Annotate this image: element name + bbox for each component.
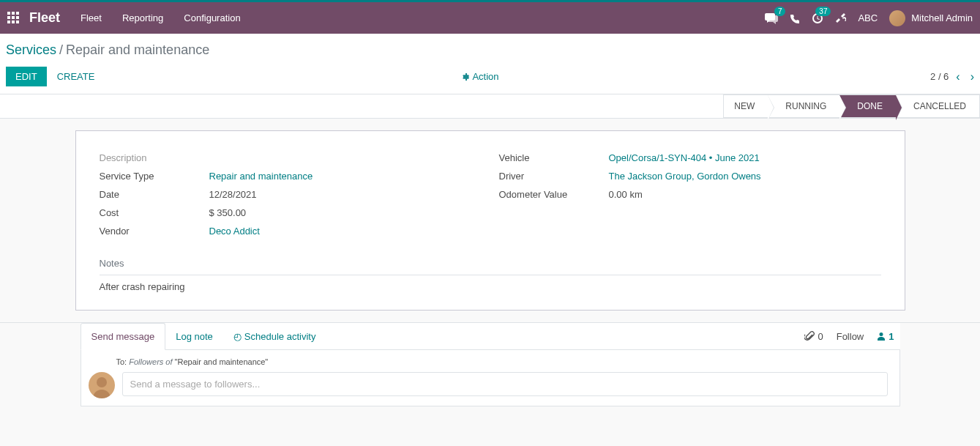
label-vehicle: Vehicle xyxy=(499,152,609,163)
status-done[interactable]: DONE xyxy=(839,94,896,118)
topbar-right: 7 37 ABC Mitchell Admin xyxy=(765,10,973,26)
content-header: Services/Repair and maintenance EDIT CRE… xyxy=(0,34,980,94)
phone-icon[interactable] xyxy=(790,13,800,23)
user-avatar xyxy=(889,10,905,26)
action-label: Action xyxy=(472,71,498,82)
notes-section: Notes After crash repairing xyxy=(100,258,881,292)
attach-count: 0 xyxy=(818,331,823,342)
statusbar: NEW RUNNING DONE CANCELLED xyxy=(723,94,980,118)
tab-schedule-activity[interactable]: ◴Schedule activity xyxy=(223,324,326,349)
chatter-actions: 0 Follow 1 xyxy=(804,331,899,342)
edit-button[interactable]: EDIT xyxy=(6,67,47,86)
value-cost: $ 350.00 xyxy=(209,207,482,218)
menu-fleet[interactable]: Fleet xyxy=(81,12,102,23)
pager-prev-icon[interactable]: ‹ xyxy=(956,70,960,83)
toolbar: EDIT CREATE Action 2 / 6 ‹ › xyxy=(6,67,974,94)
form-sheet-bg: Description Service Type Repair and main… xyxy=(0,119,980,323)
breadcrumb: Services/Repair and maintenance xyxy=(6,42,974,58)
followers-button[interactable]: 1 xyxy=(877,331,894,342)
value-date: 12/28/2021 xyxy=(209,189,482,200)
label-service-type: Service Type xyxy=(100,171,209,182)
form-col-left: Description Service Type Repair and main… xyxy=(100,149,482,240)
app-name[interactable]: Fleet xyxy=(29,10,60,26)
activity-icon[interactable]: 37 xyxy=(812,12,823,24)
label-odometer: Odometer Value xyxy=(499,189,609,200)
compose-area: To: Followers of "Repair and maintenance… xyxy=(81,350,900,406)
compose-input[interactable]: Send a message to followers... xyxy=(122,372,888,396)
notes-label: Notes xyxy=(100,258,881,269)
tab-send-message[interactable]: Send message xyxy=(81,323,166,350)
paperclip-icon xyxy=(804,331,815,341)
pager-next-icon[interactable]: › xyxy=(970,70,974,83)
chatter: Send message Log note ◴Schedule activity… xyxy=(81,323,900,406)
gear-icon xyxy=(460,73,469,81)
topbar: Fleet Fleet Reporting Configuration 7 37… xyxy=(0,0,980,34)
action-dropdown[interactable]: Action xyxy=(460,71,498,82)
main-menu: Fleet Reporting Configuration xyxy=(81,12,241,23)
value-driver[interactable]: The Jackson Group, Gordon Owens xyxy=(609,171,881,182)
menu-reporting[interactable]: Reporting xyxy=(122,12,163,23)
user-name: Mitchell Admin xyxy=(911,12,973,23)
attachments-button[interactable]: 0 xyxy=(804,331,823,342)
label-description: Description xyxy=(100,152,209,163)
chat-icon[interactable]: 7 xyxy=(765,12,778,24)
user-menu[interactable]: Mitchell Admin xyxy=(889,10,973,26)
value-description xyxy=(209,152,482,163)
compose-avatar xyxy=(89,372,115,398)
abc-label[interactable]: ABC xyxy=(858,12,878,23)
compose-to: To: Followers of "Repair and maintenance… xyxy=(116,357,899,366)
breadcrumb-current: Repair and maintenance xyxy=(66,42,209,57)
value-vendor[interactable]: Deco Addict xyxy=(209,226,482,237)
status-running[interactable]: RUNNING xyxy=(768,94,839,118)
label-vendor: Vendor xyxy=(100,226,209,237)
breadcrumb-parent[interactable]: Services xyxy=(6,42,56,57)
tools-icon[interactable] xyxy=(835,12,846,23)
form-col-right: Vehicle Opel/Corsa/1-SYN-404 • June 2021… xyxy=(499,149,881,240)
pager-count: 2 / 6 xyxy=(930,71,949,82)
label-driver: Driver xyxy=(499,171,609,182)
divider xyxy=(100,275,881,275)
chatter-tabs: Send message Log note ◴Schedule activity… xyxy=(81,323,900,350)
status-new[interactable]: NEW xyxy=(723,94,768,118)
label-date: Date xyxy=(100,189,209,200)
chat-badge: 7 xyxy=(774,7,786,16)
status-row: NEW RUNNING DONE CANCELLED xyxy=(0,94,980,119)
status-cancelled[interactable]: CANCELLED xyxy=(896,94,980,118)
tab-log-note[interactable]: Log note xyxy=(165,324,223,349)
pager: 2 / 6 ‹ › xyxy=(930,70,974,83)
value-service-type[interactable]: Repair and maintenance xyxy=(209,171,482,182)
person-icon xyxy=(877,332,886,341)
menu-configuration[interactable]: Configuration xyxy=(184,12,240,23)
follow-button[interactable]: Follow xyxy=(837,331,864,342)
apps-icon[interactable] xyxy=(7,12,20,25)
value-odometer: 0.00 km xyxy=(609,189,881,200)
value-vehicle[interactable]: Opel/Corsa/1-SYN-404 • June 2021 xyxy=(609,152,881,163)
form-sheet: Description Service Type Repair and main… xyxy=(75,130,905,311)
label-cost: Cost xyxy=(100,207,209,218)
activity-badge: 37 xyxy=(815,7,831,16)
clock-icon: ◴ xyxy=(233,331,242,342)
create-button[interactable]: CREATE xyxy=(57,67,95,86)
notes-body: After crash repairing xyxy=(100,281,881,292)
followers-count: 1 xyxy=(889,331,894,342)
